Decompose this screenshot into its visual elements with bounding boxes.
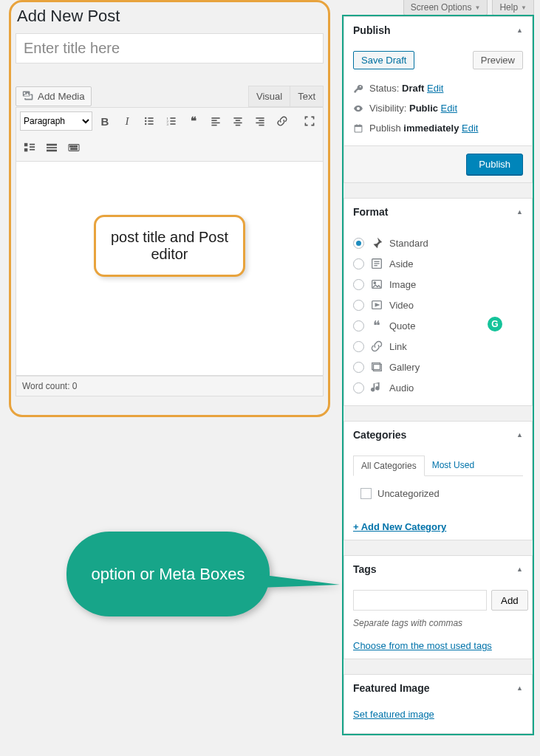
link-button[interactable] (273, 111, 292, 131)
radio-icon (353, 382, 364, 394)
text-tab[interactable]: Text (290, 86, 324, 107)
svg-rect-21 (259, 120, 264, 121)
grammarly-badge-icon[interactable]: G (488, 317, 502, 331)
status-value: Draft (402, 83, 424, 94)
format-audio[interactable]: Audio (353, 377, 523, 398)
edit-publish-link[interactable]: Edit (462, 123, 478, 134)
tags-metabox: Tags ▲ Add Separate tags with commas Cho… (344, 555, 533, 659)
audio-icon (370, 381, 383, 394)
publish-metabox: Publish ▲ Save Draft Preview Status: Dra… (344, 16, 533, 183)
hr-button[interactable] (42, 138, 61, 157)
key-icon (353, 83, 363, 94)
dropdown-icon: ▼ (521, 4, 527, 11)
paragraph-select[interactable]: Paragraph (20, 111, 92, 131)
italic-button[interactable]: I (117, 111, 137, 131)
svg-rect-9 (170, 120, 175, 122)
tags-input[interactable] (353, 590, 487, 611)
publish-title: Publish (353, 24, 391, 36)
screen-options-label: Screen Options (411, 2, 472, 13)
format-header[interactable]: Format ▲ (344, 199, 532, 225)
toolbar-toggle-button[interactable] (20, 138, 39, 157)
featured-image-metabox: Featured Image ▲ Set featured image (344, 674, 533, 734)
svg-rect-3 (148, 120, 153, 122)
post-title-input[interactable] (16, 33, 324, 63)
categories-tab-most[interactable]: Most Used (425, 456, 482, 476)
svg-rect-16 (233, 117, 242, 119)
editor-panel-annotation: Add New Post Add Media Visual Text Parag… (9, 0, 330, 417)
radio-icon (353, 362, 364, 373)
add-category-link[interactable]: + Add New Category (353, 521, 446, 532)
dropdown-icon: ▼ (474, 4, 480, 11)
svg-rect-39 (355, 125, 362, 126)
add-media-label: Add Media (38, 91, 85, 102)
schedule-value: immediately (403, 123, 459, 134)
eye-icon (353, 103, 363, 114)
format-standard[interactable]: Standard (353, 233, 523, 253)
format-label: Video (389, 300, 414, 311)
edit-status-link[interactable]: Edit (427, 83, 443, 94)
format-label: Image (389, 279, 416, 290)
checkbox-icon (360, 488, 372, 499)
set-featured-image-link[interactable]: Set featured image (353, 709, 434, 720)
media-icon (22, 89, 34, 103)
align-right-button[interactable] (250, 111, 270, 131)
format-label: Standard (389, 238, 428, 249)
radio-checked-icon (353, 238, 364, 249)
blockquote-button[interactable]: ❝ (184, 111, 203, 131)
add-tag-button[interactable]: Add (491, 590, 528, 611)
align-center-button[interactable] (228, 111, 247, 131)
svg-rect-19 (236, 125, 240, 126)
categories-tab-all[interactable]: All Categories (353, 456, 425, 476)
featured-header[interactable]: Featured Image ▲ (344, 675, 532, 701)
categories-header[interactable]: Categories ▲ (344, 422, 532, 448)
fullscreen-button[interactable] (300, 111, 319, 131)
bullet-list-button[interactable] (140, 111, 159, 131)
categories-title: Categories (353, 429, 406, 441)
svg-rect-13 (211, 120, 216, 121)
format-link[interactable]: Link (353, 336, 523, 357)
save-draft-button[interactable]: Save Draft (353, 51, 414, 69)
screen-options-tab[interactable]: Screen Options ▼ (403, 0, 488, 16)
svg-point-2 (145, 120, 146, 122)
svg-rect-17 (236, 120, 240, 121)
video-icon (370, 298, 383, 312)
svg-rect-29 (47, 144, 57, 146)
format-title: Format (353, 206, 388, 218)
visual-tab[interactable]: Visual (248, 86, 290, 107)
word-count: Word count: 0 (16, 376, 324, 396)
format-gallery[interactable]: Gallery (353, 357, 523, 377)
svg-rect-5 (148, 123, 153, 125)
format-video[interactable]: Video (353, 295, 523, 315)
gallery-icon (370, 360, 383, 374)
meta-boxes-panel-annotation: Publish ▲ Save Draft Preview Status: Dra… (342, 15, 534, 735)
svg-rect-20 (256, 117, 264, 119)
bold-button[interactable]: B (95, 111, 115, 131)
publish-header[interactable]: Publish ▲ (344, 17, 532, 44)
publish-button[interactable]: Publish (466, 154, 523, 175)
tags-header[interactable]: Tags ▲ (344, 556, 532, 583)
format-image[interactable]: Image (353, 274, 523, 295)
format-aside[interactable]: Aside (353, 253, 523, 274)
keyboard-button[interactable] (64, 138, 83, 157)
add-media-button[interactable]: Add Media (16, 86, 92, 106)
svg-rect-22 (256, 123, 264, 124)
format-label: Quote (389, 320, 415, 331)
categories-metabox: Categories ▲ All Categories Most Used Un… (344, 421, 533, 540)
svg-rect-18 (233, 123, 242, 124)
help-label: Help (499, 2, 518, 13)
svg-rect-31 (47, 150, 57, 152)
calendar-icon (353, 123, 363, 134)
svg-rect-35 (74, 145, 75, 147)
category-item-uncategorized[interactable]: Uncategorized (360, 488, 516, 499)
align-left-button[interactable] (206, 111, 225, 131)
svg-rect-11 (170, 123, 175, 125)
help-tab[interactable]: Help ▼ (492, 0, 534, 16)
svg-rect-41 (359, 124, 360, 126)
page-title: Add New Post (16, 7, 324, 26)
numbered-list-button[interactable]: 123 (162, 111, 181, 131)
tags-popular-link[interactable]: Choose from the most used tags (353, 640, 492, 651)
collapse-icon: ▲ (516, 208, 523, 216)
editor-content-area[interactable]: post title and Post editor (16, 162, 324, 376)
preview-button[interactable]: Preview (473, 51, 523, 69)
edit-visibility-link[interactable]: Edit (441, 103, 457, 114)
